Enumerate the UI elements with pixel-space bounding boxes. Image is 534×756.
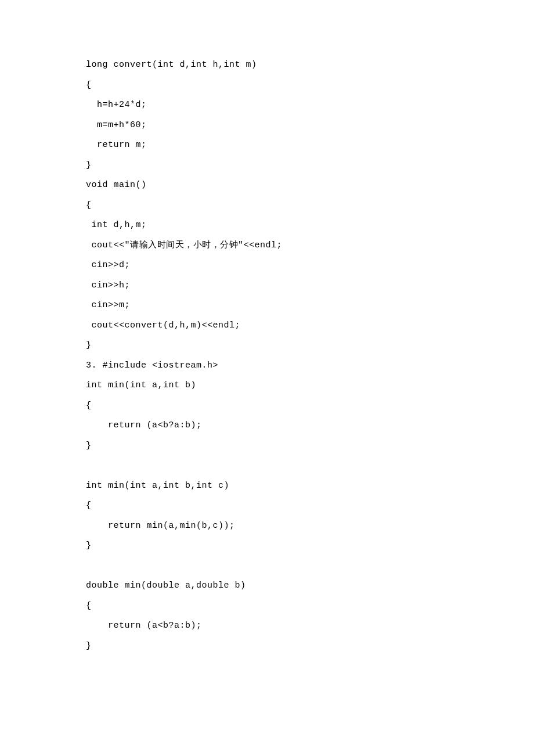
code-line: { <box>86 496 534 516</box>
code-line: int min(int a,int b) <box>86 376 534 396</box>
code-line: cin>>d; <box>86 255 534 276</box>
code-line: { <box>86 396 534 416</box>
code-line: return (a<b?a:b); <box>86 616 534 636</box>
code-line: long convert(int d,int h,int m) <box>86 55 534 75</box>
code-line: return m; <box>86 135 534 156</box>
blank-line <box>86 556 534 577</box>
code-line: m=m+h*60; <box>86 116 534 136</box>
code-line: { <box>86 596 534 617</box>
code-line: int min(int a,int b,int c) <box>86 476 534 496</box>
code-line: 3. #include <iostream.h> <box>86 356 534 376</box>
code-line: } <box>86 436 534 456</box>
code-line: cout<<"请输入时间天，小时，分钟"<<endl; <box>86 236 534 256</box>
code-line: { <box>86 75 534 96</box>
code-line: return (a<b?a:b); <box>86 416 534 436</box>
code-line: double min(double a,double b) <box>86 576 534 596</box>
code-block: long convert(int d,int h,int m) { h=h+24… <box>86 55 534 656</box>
code-line: h=h+24*d; <box>86 95 534 116</box>
code-line: void main() <box>86 175 534 196</box>
code-line: } <box>86 536 534 556</box>
code-line: } <box>86 156 534 176</box>
code-line: return min(a,min(b,c)); <box>86 516 534 537</box>
code-line: cout<<convert(d,h,m)<<endl; <box>86 316 534 336</box>
blank-line <box>86 456 534 476</box>
code-line: } <box>86 336 534 356</box>
code-line: } <box>86 636 534 657</box>
code-line: int d,h,m; <box>86 215 534 236</box>
code-line: cin>>h; <box>86 276 534 296</box>
code-line: cin>>m; <box>86 296 534 316</box>
code-line: { <box>86 196 534 216</box>
